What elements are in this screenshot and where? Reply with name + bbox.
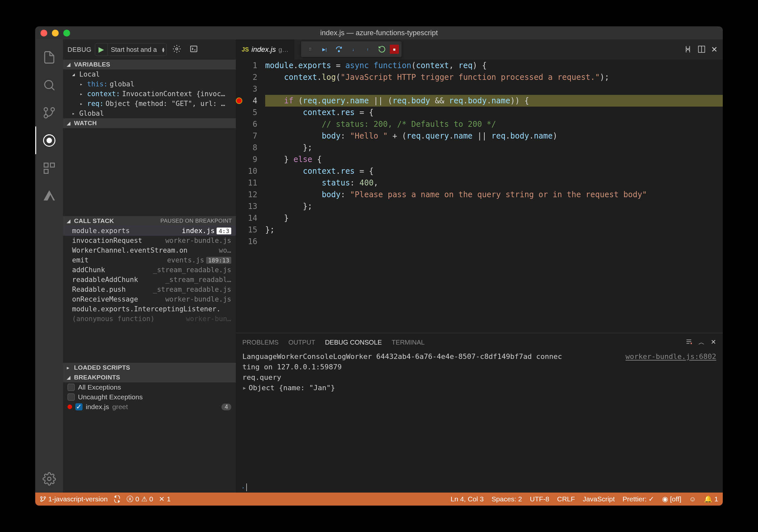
- start-debug-button[interactable]: ▶ Start host and a ▴▾: [95, 43, 167, 56]
- panel-tab-problems[interactable]: PROBLEMS: [242, 339, 279, 346]
- maximize-window-button[interactable]: [63, 30, 70, 37]
- svg-point-12: [338, 50, 339, 52]
- panel-tab-debug-console[interactable]: DEBUG CONSOLE: [325, 339, 382, 346]
- editor-tab[interactable]: JS index.js g…: [236, 40, 295, 60]
- step-into-button[interactable]: ↓: [347, 43, 360, 56]
- stackframe[interactable]: Readable.push_stream_readable.js: [63, 284, 236, 294]
- breakpoint-glyph[interactable]: [236, 98, 242, 103]
- chevron-down-icon: ◢: [67, 375, 72, 380]
- cursor-position-status[interactable]: Ln 4, Col 3: [450, 495, 484, 503]
- indentation-status[interactable]: Spaces: 2: [492, 495, 522, 503]
- ports-status[interactable]: ✕1: [159, 495, 171, 503]
- breakpoint-item[interactable]: ✓ index.js greet 4: [63, 402, 236, 412]
- svg-point-2: [44, 115, 48, 118]
- feedback-status[interactable]: ☺: [689, 495, 696, 503]
- window-title: index.js — azure-functions-typescript: [320, 29, 438, 37]
- encoding-status[interactable]: UTF-8: [530, 495, 549, 503]
- stackframe[interactable]: WorkerChannel.eventStream.onwo…: [63, 246, 236, 255]
- breakpoints-section-header[interactable]: ◢ BREAKPOINTS: [63, 373, 236, 382]
- breakpoint-uncaught-exceptions[interactable]: Uncaught Exceptions: [63, 392, 236, 402]
- console-result[interactable]: Object {name: "Jan"}: [249, 383, 335, 393]
- git-branch-status[interactable]: 1-javascript-version: [40, 495, 108, 503]
- debug-console-input[interactable]: ›: [236, 482, 723, 492]
- javascript-file-icon: JS: [242, 46, 249, 53]
- stackframe[interactable]: (anonymous function)worker-bun…: [63, 314, 236, 324]
- chevron-right-icon[interactable]: ▸: [242, 383, 247, 393]
- svg-point-15: [41, 500, 42, 502]
- extensions-activity[interactable]: [35, 154, 63, 182]
- continue-button[interactable]: ▶|: [318, 43, 331, 56]
- minimize-window-button[interactable]: [52, 30, 59, 37]
- problems-status[interactable]: ⓧ0 ⚠0: [126, 494, 153, 504]
- eol-status[interactable]: CRLF: [557, 495, 575, 503]
- svg-rect-6: [44, 163, 48, 167]
- chevron-right-icon: ▸: [72, 111, 77, 116]
- line-gutter[interactable]: 12345678910111213141516: [236, 60, 265, 333]
- code-content[interactable]: module.exports = async function(context,…: [265, 60, 723, 333]
- language-mode-status[interactable]: JavaScript: [583, 495, 615, 503]
- debug-toolbar[interactable]: ⠿ ▶| ↓ ↑ ■: [301, 41, 401, 57]
- azure-activity[interactable]: [35, 182, 63, 210]
- bottom-panel: PROBLEMS OUTPUT DEBUG CONSOLE TERMINAL ︿…: [236, 333, 723, 492]
- variable-context[interactable]: ▸ context: InvocationContext {invoc…: [63, 89, 236, 99]
- loaded-scripts-section-header[interactable]: ▸ LOADED SCRIPTS: [63, 363, 236, 373]
- config-dropdown-icon[interactable]: ▴▾: [160, 47, 166, 52]
- debug-activity[interactable]: [35, 126, 63, 154]
- notifications-status[interactable]: 🔔 1: [704, 495, 718, 503]
- breakpoint-all-exceptions[interactable]: All Exceptions: [63, 382, 236, 392]
- svg-rect-11: [190, 46, 197, 51]
- sync-status[interactable]: [114, 495, 121, 503]
- vscode-window: index.js — azure-functions-typescript: [35, 26, 723, 506]
- stackframe[interactable]: addChunk_stream_readable.js: [63, 265, 236, 275]
- debug-console-content[interactable]: LanguageWorkerConsoleLogWorker 64432ab4-…: [236, 351, 723, 482]
- restart-button[interactable]: [375, 43, 389, 56]
- prettier-status[interactable]: Prettier: ✓: [623, 495, 654, 503]
- stackframe[interactable]: onReceiveMessageworker-bundle.js: [63, 294, 236, 304]
- panel-tab-output[interactable]: OUTPUT: [288, 339, 315, 346]
- callstack-section-header[interactable]: ◢ CALL STACK PAUSED ON BREAKPOINT: [63, 216, 236, 226]
- variables-local-scope[interactable]: ◢ Local: [63, 69, 236, 79]
- debug-config-name: Start host and a: [107, 44, 160, 55]
- variable-req[interactable]: ▸ req: Object {method: "GET", url: …: [63, 99, 236, 109]
- console-source-link[interactable]: worker-bundle.js:6802: [626, 351, 716, 362]
- svg-point-0: [45, 81, 53, 89]
- variables-global-scope[interactable]: ▸ Global: [63, 109, 236, 118]
- svg-rect-7: [50, 163, 54, 167]
- panel-tab-terminal[interactable]: TERMINAL: [392, 339, 425, 346]
- stackframe[interactable]: invocationRequestworker-bundle.js: [63, 236, 236, 246]
- clear-console-button[interactable]: [685, 338, 692, 347]
- close-window-button[interactable]: [41, 30, 47, 37]
- search-activity[interactable]: [35, 71, 63, 99]
- more-actions-button[interactable]: ✕: [711, 45, 717, 54]
- stackframe[interactable]: module.exports.InterceptingListener.: [63, 304, 236, 314]
- variable-this[interactable]: ▸ this: global: [63, 79, 236, 89]
- drag-handle-icon[interactable]: ⠿: [304, 43, 317, 56]
- variables-section-header[interactable]: ◢ VARIABLES: [63, 60, 236, 69]
- checkbox[interactable]: [68, 393, 75, 401]
- maximize-panel-button[interactable]: ︿: [698, 338, 705, 347]
- stackframe[interactable]: readableAddChunk_stream_readabl…: [63, 275, 236, 284]
- stop-button[interactable]: ■: [390, 45, 399, 54]
- source-control-activity[interactable]: [35, 99, 63, 126]
- close-panel-button[interactable]: ✕: [711, 338, 716, 347]
- callstack-status: PAUSED ON BREAKPOINT: [160, 218, 232, 224]
- step-out-button[interactable]: ↑: [361, 43, 374, 56]
- stackframe[interactable]: emitevents.js189:13: [63, 255, 236, 265]
- checkbox[interactable]: [68, 384, 75, 391]
- screencast-status[interactable]: ◉ [off]: [662, 495, 681, 503]
- settings-activity[interactable]: [35, 465, 63, 492]
- debug-settings-button[interactable]: [170, 45, 184, 55]
- step-over-button[interactable]: [332, 43, 345, 56]
- titlebar[interactable]: index.js — azure-functions-typescript: [35, 26, 723, 40]
- debug-console-toggle[interactable]: [187, 45, 201, 55]
- split-editor-button[interactable]: [697, 45, 706, 54]
- compare-changes-button[interactable]: [684, 45, 692, 54]
- explorer-activity[interactable]: [35, 43, 63, 71]
- editor-tabs: JS index.js g… ⠿ ▶| ↓ ↑ ■ ✕: [236, 40, 723, 60]
- svg-rect-8: [44, 169, 48, 173]
- watch-section-header[interactable]: ◢ WATCH: [63, 118, 236, 128]
- stackframe[interactable]: module.exports index.js 4:3: [63, 226, 236, 236]
- checkbox-checked[interactable]: ✓: [75, 403, 83, 411]
- statusbar: 1-javascript-version ⓧ0 ⚠0 ✕1 Ln 4, Col …: [35, 492, 723, 506]
- code-editor[interactable]: 12345678910111213141516 module.exports =…: [236, 60, 723, 333]
